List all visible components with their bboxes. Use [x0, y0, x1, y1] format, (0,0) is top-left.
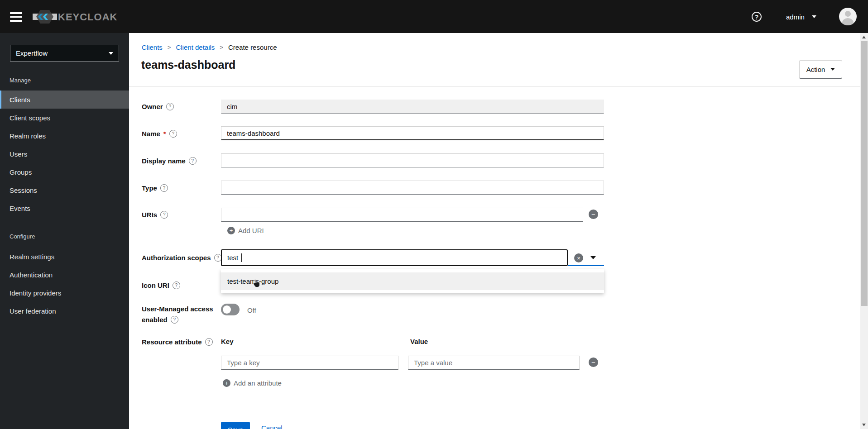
help-question-icon[interactable]: ? [214, 254, 222, 262]
sidebar-item-realm-settings[interactable]: Realm settings [0, 248, 129, 266]
action-button-label: Action [806, 66, 825, 73]
vertical-scrollbar[interactable] [860, 33, 868, 429]
user-managed-access-label-line1: User-Managed access [142, 305, 213, 313]
help-question-icon[interactable]: ? [160, 211, 168, 219]
username-label: admin [786, 13, 805, 21]
owner-label: Owner ? [142, 103, 174, 110]
sidebar-item-clients[interactable]: Clients [0, 91, 129, 109]
sidebar-item-identity-providers[interactable]: Identity providers [0, 284, 129, 302]
mouse-pointer-cursor [253, 279, 261, 289]
breadcrumb-separator-icon: > [220, 44, 223, 51]
breadcrumb-clients[interactable]: Clients [142, 43, 163, 51]
scrollbar-thumb[interactable] [861, 41, 868, 306]
icon-uri-label: Icon URI ? [142, 281, 180, 289]
keycloak-logo: KEYCLOAK [32, 8, 118, 26]
help-question-icon[interactable]: ? [173, 281, 180, 289]
scrollbar-down-arrow[interactable] [862, 424, 866, 426]
nav-section-manage: Manage [10, 77, 31, 84]
name-label: Name * ? [142, 130, 177, 138]
resource-attribute-label: Resource attribute ? [142, 338, 213, 346]
value-column-header: Value [410, 338, 428, 345]
add-uri-label: Add URI [238, 227, 264, 234]
page-title: teams-dashboard [141, 58, 235, 72]
help-question-icon[interactable]: ? [205, 338, 213, 346]
dropdown-option-test-teams-group[interactable]: test-teams-group [221, 272, 604, 290]
help-question-icon[interactable]: ? [169, 130, 177, 138]
type-field[interactable] [221, 181, 604, 195]
chevron-down-icon [830, 68, 835, 71]
add-attribute-label: Add an attribute [234, 379, 282, 387]
attribute-value-input[interactable] [408, 356, 580, 370]
remove-attribute-button[interactable]: − [589, 358, 598, 367]
avatar-head [845, 11, 851, 17]
clear-input-icon[interactable]: × [574, 253, 583, 262]
save-button[interactable]: Save [221, 422, 250, 429]
authorization-scopes-input[interactable] [221, 249, 568, 266]
hamburger-menu-icon[interactable] [10, 12, 22, 22]
select-focus-underline [568, 265, 604, 266]
sidebar-item-groups[interactable]: Groups [0, 163, 129, 181]
user-menu[interactable]: admin [786, 12, 816, 21]
help-question-icon[interactable]: ? [166, 103, 174, 110]
help-question-icon[interactable]: ? [189, 157, 197, 165]
plus-circle-icon: + [223, 379, 230, 387]
avatar-body [842, 18, 854, 25]
top-masthead: KEYCLOAK ? admin [0, 0, 868, 33]
select-toggle-chevron-icon[interactable] [590, 256, 596, 259]
breadcrumb-client-details[interactable]: Client details [176, 43, 215, 51]
scrollbar-up-arrow[interactable] [862, 36, 866, 38]
brand-text: KEYCLOAK [58, 11, 117, 23]
display-name-field[interactable] [221, 153, 604, 167]
plus-circle-icon: + [227, 227, 235, 234]
keycloak-admin-console: KEYCLOAK ? admin Expertflow Manage Clien… [0, 0, 868, 429]
realm-selector-label: Expertflow [16, 49, 48, 57]
uris-label: URIs ? [142, 211, 168, 219]
sidebar-nav: Expertflow Manage Clients Client scopes … [0, 33, 129, 429]
required-asterisk: * [163, 130, 166, 138]
nav-section-configure: Configure [10, 233, 35, 240]
user-managed-access-label-line2: enabled ? [142, 316, 178, 324]
sidebar-item-sessions[interactable]: Sessions [0, 181, 129, 199]
chevron-down-icon [812, 15, 816, 18]
help-question-icon[interactable]: ? [160, 184, 168, 192]
toggle-knob [223, 305, 231, 314]
authorization-scopes-label: Authorization scopes ? [142, 254, 222, 262]
type-label: Type ? [142, 184, 168, 192]
avatar[interactable] [839, 8, 857, 25]
cancel-link[interactable]: Cancel [261, 424, 283, 429]
add-attribute-button[interactable]: + Add an attribute [223, 379, 282, 387]
display-name-label: Display name ? [142, 157, 197, 165]
sidebar-item-client-scopes[interactable]: Client scopes [0, 109, 129, 127]
sidebar-item-events[interactable]: Events [0, 199, 129, 217]
attribute-key-input[interactable] [221, 356, 398, 370]
sidebar-item-users[interactable]: Users [0, 145, 129, 163]
breadcrumb-create-resource: Create resource [228, 43, 277, 51]
text-cursor [241, 253, 242, 262]
authorization-scopes-dropdown: test-teams-group [221, 269, 604, 293]
section-divider [129, 86, 860, 86]
help-icon[interactable]: ? [752, 12, 762, 22]
sidebar-item-authentication[interactable]: Authentication [0, 266, 129, 284]
help-question-icon[interactable]: ? [171, 316, 178, 324]
owner-field[interactable] [221, 100, 604, 114]
toggle-state-label: Off [247, 306, 256, 314]
sidebar-item-user-federation[interactable]: User federation [0, 302, 129, 320]
user-managed-access-toggle[interactable] [221, 304, 240, 315]
name-field[interactable] [221, 126, 604, 140]
sidebar-item-realm-roles[interactable]: Realm roles [0, 127, 129, 145]
breadcrumb: Clients > Client details > Create resour… [142, 43, 277, 51]
breadcrumb-separator-icon: > [168, 44, 171, 51]
uri-field[interactable] [221, 208, 583, 222]
sidebar-divider [0, 69, 129, 69]
remove-uri-button[interactable]: − [589, 210, 598, 219]
key-column-header: Key [221, 338, 234, 345]
add-uri-button[interactable]: + Add URI [227, 227, 264, 234]
realm-selector[interactable]: Expertflow [10, 45, 119, 62]
chevron-down-icon [109, 52, 113, 55]
action-dropdown-button[interactable]: Action [799, 60, 842, 79]
